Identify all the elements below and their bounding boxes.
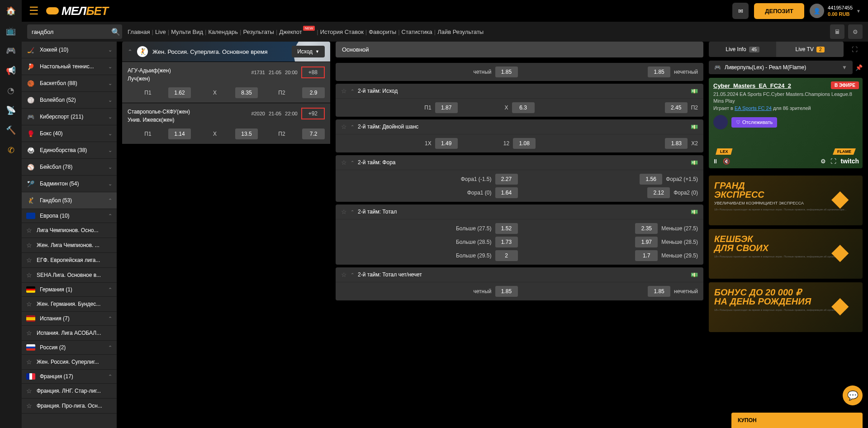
odd-button[interactable]: 2.27 [495,174,518,185]
odd-button[interactable]: 7.2 [302,128,325,139]
match-teams[interactable]: Ставрополье-СКФУ(жен)Унив. Ижевск(жен) [128,108,190,124]
nav-live[interactable]: Live [155,29,166,35]
star-icon[interactable]: ☆ [26,329,32,337]
market-icons[interactable]: 💵 [691,271,698,278]
sidebar-sport-item[interactable]: 🎮Киберспорт (211)⌄ [22,109,117,125]
odd-button[interactable]: 8.35 [235,87,258,98]
sidebar-region-item[interactable]: Россия (2)⌃ [22,341,117,355]
odd-button[interactable]: 1.85 [495,286,518,297]
sidebar-region-item[interactable]: Испания (7)⌃ [22,312,117,326]
settings-button[interactable]: ⚙ [848,24,863,39]
promo-banner[interactable]: КЕШБЭКДЛЯ СВОИХ18+ Розыгрыш происходит в… [709,229,863,279]
chat-button[interactable]: 💬 [843,385,863,405]
star-icon[interactable]: ☆ [26,300,32,308]
market-header[interactable]: ☆⌃2-й тайм: Исход💵 [336,84,703,99]
odd-button[interactable]: 1.56 [640,174,662,185]
sidebar-region-item[interactable]: Германия (1)⌃ [22,283,117,297]
live2-icon[interactable]: 📡 [5,105,16,116]
pin-icon[interactable]: 📌 [855,64,863,71]
odd-button[interactable]: 1.73 [495,237,518,247]
games-icon[interactable]: 🎮 [5,45,16,56]
sidebar-sport-item[interactable]: 🏐Волейбол (52)⌄ [22,92,117,109]
more-bets-button[interactable]: +88 [301,67,325,78]
odd-button[interactable]: 1.52 [495,223,518,234]
market-header[interactable]: ☆⌃2-й тайм: Тотал💵 [336,204,703,219]
promo-icon[interactable]: 📢 [5,65,16,76]
mail-button[interactable]: ✉ [732,3,749,19]
market-filter[interactable]: Исход ▼ [292,46,325,57]
more-bets-button[interactable]: +92 [301,108,325,119]
social-icon[interactable]: ✆ [5,145,16,156]
home-icon[interactable]: 🏠 [5,5,16,16]
live-icon[interactable]: 📺 [5,25,16,36]
nav-results[interactable]: Результаты [243,29,274,35]
sidebar-league-item[interactable]: ☆SEHA Лига. Основное в... [22,268,117,283]
odd-button[interactable]: 1.97 [635,237,658,247]
sidebar-sport-item[interactable]: 🥊Бокс (40)⌄ [22,125,117,142]
odd-button[interactable]: 1.08 [513,138,536,149]
promo-banner[interactable]: БОНУС ДО 20 000 ₽НА ДЕНЬ РОЖДЕНИЯ18+ Роз… [709,282,863,332]
market-icons[interactable]: 💵 [691,88,698,95]
sidebar-league-item[interactable]: ☆ЕГФ. Европейская лига... [22,253,117,268]
odd-button[interactable]: 2.35 [635,223,658,234]
stream-title-link[interactable]: Cyber_Masters_EA_FC24_2 [713,82,791,89]
sidebar-league-item[interactable]: ☆Франция. Про-лига. Осн... [22,399,117,414]
star-icon[interactable]: ☆ [26,402,32,409]
star-icon[interactable]: ☆ [341,208,347,215]
sidebar-sport-item[interactable]: 🏀Баскетбол (88)⌄ [22,75,117,92]
sidebar-sport-item[interactable]: ⚾Бейсбол (78)⌄ [22,159,117,176]
search-icon[interactable]: 🔍 [111,28,120,36]
market-icons[interactable]: 💵 [691,124,698,130]
odd-button[interactable]: 2.12 [647,187,670,198]
star-icon[interactable]: ☆ [26,227,32,234]
follow-button[interactable]: ♡ Отслеживать [731,117,777,128]
odd-button[interactable]: 1.62 [168,87,191,98]
star-icon[interactable]: ☆ [26,387,32,395]
menu-icon[interactable]: ☰ [29,5,39,17]
odd-button[interactable]: 1.14 [168,128,191,139]
odd-button[interactable]: 2.45 [665,102,688,113]
odd-button[interactable]: 1.7 [635,250,658,261]
sidebar-region-item[interactable]: Европа (10)⌃ [22,209,117,223]
sidebar-league-item[interactable]: ☆Жен. Россия. Суперлиг... [22,355,117,370]
odd-button[interactable]: 13.5 [235,128,258,139]
star-icon[interactable]: ☆ [341,123,347,130]
sidebar-league-item[interactable]: ☆Жен. Лига Чемпионов. ... [22,238,117,253]
nav-liveresults[interactable]: Лайв Результаты [437,29,484,35]
odd-button[interactable]: 1.85 [495,67,518,77]
search-input[interactable] [32,29,108,35]
sidebar-region-item[interactable]: Франция (17)⌃ [22,370,117,384]
star-icon[interactable]: ☆ [341,87,347,95]
sidebar-league-item[interactable]: ☆Франция. ЛНГ. Стар-лиг... [22,384,117,399]
expand-icon[interactable]: ⛶ [846,42,863,57]
sidebar-sport-item[interactable]: 🏸Бадминтон (54)⌄ [22,176,117,192]
market-icons[interactable]: 💵 [691,209,698,215]
stream-select[interactable]: 🎮 Ливерпуль(Lex) - Реал М(Flame) ▼ [709,61,853,74]
game-link[interactable]: EA Sports FC 24 [735,105,772,111]
mute-icon[interactable]: 🔇 [723,158,730,165]
match-teams[interactable]: АГУ-Адыиф(жен)Луч(жен) [128,67,171,83]
nav-main[interactable]: Главная [128,29,150,35]
star-icon[interactable]: ☆ [341,271,347,278]
odd-button[interactable]: 2 [495,250,518,261]
pause-icon[interactable]: ⏸ [712,158,718,165]
market-header[interactable]: ☆⌃2-й тайм: Двойной шанс💵 [336,119,703,134]
logo[interactable]: МЕЛБЕТ [46,4,108,18]
star-icon[interactable]: ☆ [26,358,32,366]
settings-icon[interactable]: ⚙ [821,158,826,165]
odd-button[interactable]: 1.83 [665,138,688,149]
user-menu[interactable]: 👤 441957455 0.00 RUB ▼ [810,4,861,18]
nav-favorites[interactable]: Фавориты [369,29,396,35]
sidebar-league-item[interactable]: ☆Лига Чемпионов. Осно... [22,223,117,238]
sidebar-league-item[interactable]: ☆Жен. Германия. Бундес... [22,297,117,312]
sidebar-league-item[interactable]: ☆Испания. Лига АСОБАЛ... [22,326,117,341]
coupon-bar[interactable]: КУПОН [731,413,863,428]
calc-button[interactable]: 🖩 [830,24,844,39]
sidebar-sport-item[interactable]: 🏒Хоккей (10)⌄ [22,42,117,58]
market-header[interactable]: ☆⌃2-й тайм: Тотал чет/нечет💵 [336,267,703,282]
tab-live-tv[interactable]: Live TV 2 [776,42,844,57]
nav-calendar[interactable]: Календарь [208,29,238,35]
promo-banner[interactable]: ГРАНДЭКСПРЕССУВЕЛИЧИВАЕМ КОЭФФИЦИЕНТ ЭКС… [709,176,863,225]
odd-button[interactable]: 2.9 [302,87,325,98]
market-header[interactable]: ☆⌃2-й тайм: Фора💵 [336,155,703,170]
